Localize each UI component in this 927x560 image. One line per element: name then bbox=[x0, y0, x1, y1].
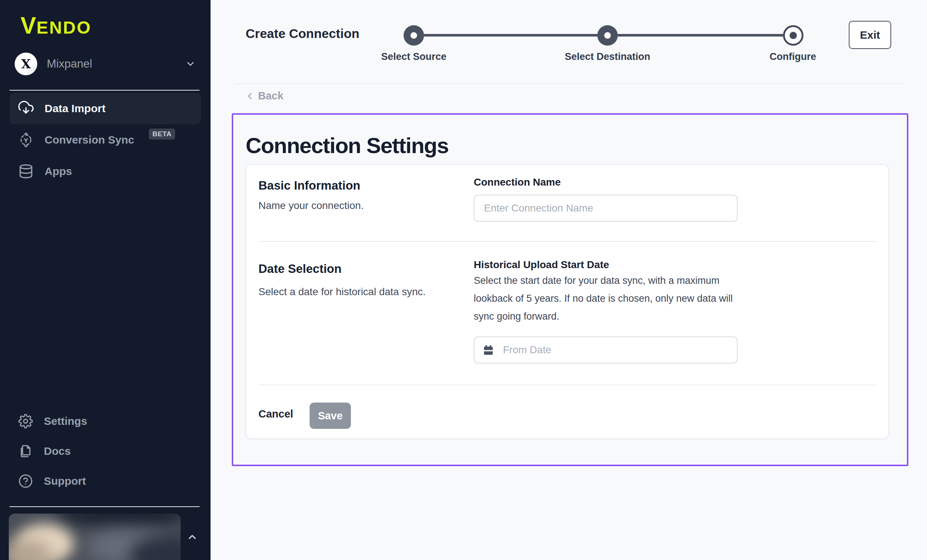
panel-title: Connection Settings bbox=[246, 133, 448, 158]
blur-blob bbox=[56, 514, 181, 527]
page-title: Create Connection bbox=[246, 26, 359, 41]
chevron-up-icon bbox=[187, 531, 198, 543]
user-profile-menu[interactable] bbox=[9, 514, 206, 560]
cancel-button[interactable]: Cancel bbox=[258, 408, 293, 420]
sidebar-item-apps[interactable]: Apps bbox=[9, 156, 201, 187]
date-selection-title: Date Selection bbox=[258, 262, 341, 276]
stepper-line-2 bbox=[618, 34, 783, 36]
sidebar: VENDO X Mixpanel Data Import Conversion … bbox=[0, 0, 211, 560]
card-divider-2 bbox=[258, 385, 877, 385]
hist-upload-desc-line: Select the start date for your data sync… bbox=[474, 275, 719, 286]
sidebar-item-label: Apps bbox=[45, 165, 72, 178]
sidebar-item-label: Docs bbox=[44, 445, 71, 457]
beta-badge: BETA bbox=[149, 129, 175, 140]
chevron-down-icon bbox=[185, 58, 196, 70]
hist-upload-desc-line: sync going forward. bbox=[474, 311, 559, 322]
user-profile-blurred bbox=[9, 514, 181, 560]
documents-icon bbox=[18, 444, 33, 458]
help-circle-icon bbox=[18, 474, 33, 489]
sidebar-nav: Data Import Conversion Sync BETA Apps bbox=[9, 93, 201, 187]
cloud-download-icon bbox=[18, 101, 33, 116]
step-dot bbox=[604, 32, 611, 39]
calendar-icon bbox=[483, 344, 494, 356]
sidebar-item-label: Support bbox=[44, 475, 86, 487]
basic-info-title: Basic Information bbox=[258, 179, 360, 193]
sidebar-item-label: Data Import bbox=[45, 102, 106, 115]
sidebar-item-label: Conversion Sync bbox=[45, 134, 134, 146]
step-select-destination[interactable] bbox=[597, 25, 618, 46]
exit-button[interactable]: Exit bbox=[849, 21, 891, 49]
sidebar-item-support[interactable]: Support bbox=[9, 466, 201, 496]
sidebar-item-docs[interactable]: Docs bbox=[9, 436, 201, 466]
step-configure[interactable] bbox=[783, 25, 804, 46]
vendo-logo: VENDO bbox=[20, 14, 91, 38]
connection-settings-panel: Connection Settings Basic Information Na… bbox=[232, 113, 908, 466]
step-select-source[interactable] bbox=[404, 25, 424, 46]
chevron-left-icon bbox=[246, 92, 254, 100]
basic-info-subtitle: Name your connection. bbox=[258, 200, 364, 211]
connection-name-input[interactable] bbox=[474, 195, 738, 222]
from-date-input[interactable] bbox=[474, 337, 738, 363]
step-label-select-source: Select Source bbox=[337, 51, 491, 62]
step-dot bbox=[790, 32, 797, 39]
main-content: Create Connection Select Source Select D… bbox=[211, 0, 927, 560]
sidebar-item-conversion-sync[interactable]: Conversion Sync BETA bbox=[9, 124, 201, 156]
settings-card: Basic Information Name your connection. … bbox=[246, 164, 889, 439]
card-divider-1 bbox=[258, 241, 877, 242]
sidebar-divider-top bbox=[9, 90, 199, 91]
header-divider bbox=[234, 83, 903, 84]
mixpanel-logo-icon: X bbox=[15, 53, 37, 75]
connection-name-label: Connection Name bbox=[474, 176, 561, 188]
back-link[interactable]: Back bbox=[246, 90, 283, 102]
step-dot bbox=[410, 32, 417, 39]
hist-upload-label: Historical Upload Start Date bbox=[474, 259, 609, 271]
sidebar-divider-bottom bbox=[9, 506, 199, 507]
stepper-line-1 bbox=[424, 34, 597, 36]
step-label-select-destination: Select Destination bbox=[531, 51, 684, 62]
back-label: Back bbox=[258, 90, 283, 102]
save-button[interactable]: Save bbox=[310, 402, 351, 429]
sidebar-item-settings[interactable]: Settings bbox=[9, 406, 201, 436]
step-label-configure: Configure bbox=[716, 51, 869, 62]
sidebar-item-label: Settings bbox=[44, 415, 87, 427]
app-root: VENDO X Mixpanel Data Import Conversion … bbox=[0, 0, 927, 560]
database-icon bbox=[18, 164, 33, 179]
date-selection-subtitle: Select a date for historical data sync. bbox=[258, 286, 426, 298]
sidebar-item-data-import[interactable]: Data Import bbox=[9, 93, 201, 124]
from-date-field bbox=[474, 337, 738, 363]
vendo-logo-v: V bbox=[20, 12, 36, 39]
workspace-name: Mixpanel bbox=[47, 57, 185, 70]
sidebar-footer-nav: Settings Docs Support bbox=[9, 406, 201, 496]
gear-icon bbox=[18, 414, 33, 428]
vendo-logo-rest: ENDO bbox=[36, 18, 92, 37]
workspace-selector[interactable]: X Mixpanel bbox=[15, 52, 196, 76]
conversion-sync-icon bbox=[18, 132, 33, 147]
hist-upload-desc-line: lookback of 5 years. If no date is chose… bbox=[474, 293, 732, 304]
